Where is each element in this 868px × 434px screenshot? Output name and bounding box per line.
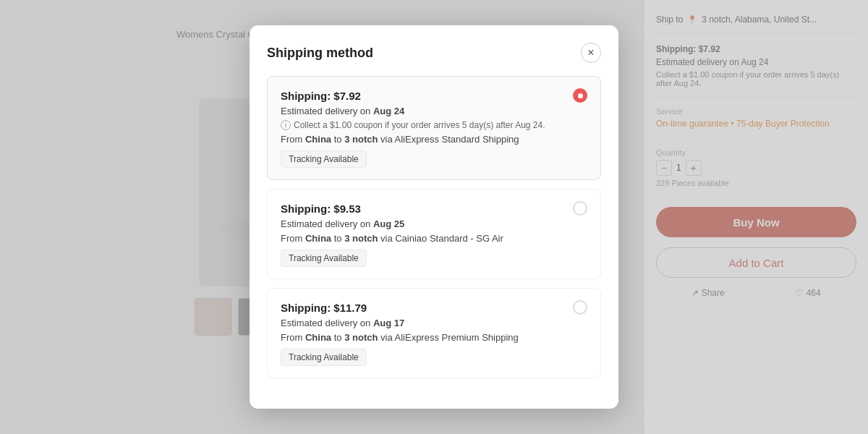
modal-backdrop: Shipping method × Shipping: $7.92 Estima… [0, 0, 868, 434]
radio-1[interactable] [573, 88, 587, 103]
route-2: From China to 3 notch via Cainiao Standa… [281, 233, 587, 244]
info-icon-1: i [281, 120, 291, 130]
tracking-badge-3: Tracking Available [281, 349, 367, 366]
radio-2[interactable] [573, 201, 587, 216]
shipping-option-2[interactable]: Shipping: $9.53 Estimated delivery on Au… [267, 189, 601, 279]
delivery-3: Estimated delivery on Aug 17 [281, 318, 587, 328]
route-1: From China to 3 notch via AliExpress Sta… [281, 134, 587, 145]
modal-header: Shipping method × [267, 43, 601, 63]
delivery-2: Estimated delivery on Aug 25 [281, 218, 587, 229]
delivery-1: Estimated delivery on Aug 24 [281, 106, 587, 116]
shipping-option-1[interactable]: Shipping: $7.92 Estimated delivery on Au… [267, 76, 601, 180]
modal-close-button[interactable]: × [581, 43, 601, 63]
coupon-1: i Collect a $1.00 coupon if your order a… [281, 120, 587, 130]
shipping-modal: Shipping method × Shipping: $7.92 Estima… [250, 25, 618, 409]
shipping-option-3[interactable]: Shipping: $11.79 Estimated delivery on A… [267, 288, 601, 378]
tracking-badge-2: Tracking Available [281, 250, 367, 267]
tracking-badge-1: Tracking Available [281, 150, 367, 168]
shipping-price-2: Shipping: $9.53 [281, 203, 361, 215]
modal-title: Shipping method [267, 46, 373, 61]
route-3: From China to 3 notch via AliExpress Pre… [281, 332, 587, 343]
shipping-price-1: Shipping: $7.92 [281, 90, 361, 102]
radio-3[interactable] [573, 300, 587, 315]
shipping-price-3: Shipping: $11.79 [281, 302, 367, 314]
